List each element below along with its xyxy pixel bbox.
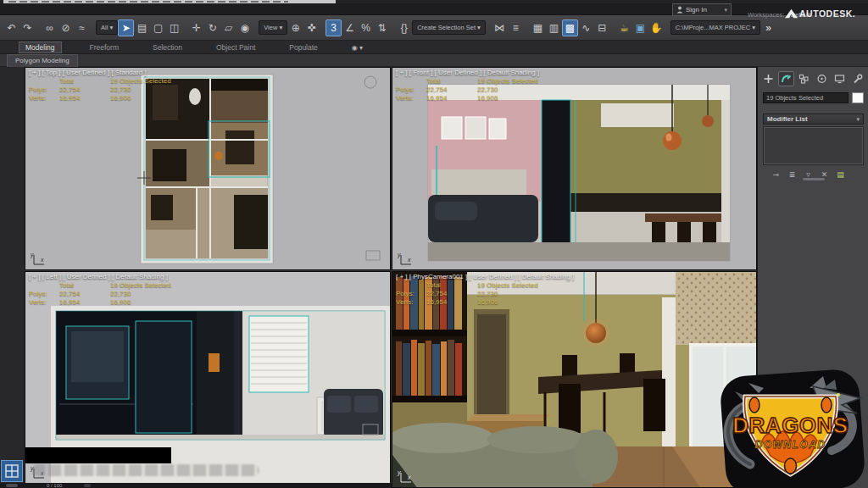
dragons-download-logo: DRAGONS DOWNLOAD: [715, 369, 868, 488]
command-panel-tabs: [760, 71, 865, 86]
chevron-down-icon: ▾: [856, 116, 860, 123]
svg-text:y: y: [397, 252, 401, 258]
svg-text:DOWNLOAD: DOWNLOAD: [755, 439, 826, 451]
create-tab-icon[interactable]: [760, 71, 776, 86]
schematic-view-icon[interactable]: ⊟: [594, 19, 610, 36]
viewport-statistics: Total19 Objects Selected Polys:22,75422,…: [29, 77, 171, 102]
rendered-frame-icon[interactable]: ▣: [632, 19, 648, 36]
svg-text:x: x: [40, 257, 44, 263]
object-name-field[interactable]: 19 Objects Selected: [763, 92, 849, 103]
viewport-label[interactable]: [ + ] [ Top ] [ User Defined ] [ Standar…: [29, 69, 147, 76]
motion-tab-icon[interactable]: [814, 71, 830, 86]
viewport-left[interactable]: [ + ] [ Left ] [ User Defined ] [ Defaul…: [25, 271, 391, 488]
project-folder-dropdown[interactable]: C:\MProje...MAX PROJEC ▾: [670, 20, 760, 35]
viewport-top[interactable]: [ + ] [ Top ] [ User Defined ] [ Standar…: [25, 67, 391, 270]
panel-rollout-handle[interactable]: [803, 178, 825, 180]
ribbon-tab-bar: Modeling Freeform Selection Object Paint…: [0, 41, 868, 54]
show-end-result-icon[interactable]: ≣: [786, 169, 798, 180]
ribbon-tab-populate[interactable]: Populate: [283, 42, 324, 53]
angle-snap-icon[interactable]: ∠: [342, 19, 358, 36]
user-icon: [676, 6, 683, 14]
viewport-physcamera[interactable]: [ + ] [ PhysCamera001 ] [ User Defined ]…: [392, 271, 757, 488]
autodesk-wordmark: AUTODESK.: [799, 8, 855, 19]
display-tab-icon[interactable]: [832, 71, 848, 86]
svg-text:DRAGONS: DRAGONS: [732, 413, 848, 438]
select-and-manipulate-icon[interactable]: ✜: [303, 19, 320, 36]
chevron-down-icon: ▾: [724, 7, 727, 14]
select-and-move-icon[interactable]: ✛: [188, 19, 204, 36]
modifier-list-dropdown[interactable]: Modifier List ▾: [763, 114, 864, 125]
curve-editor-icon[interactable]: ∿: [578, 19, 594, 36]
viewport-statistics: Total19 Objects Selected Polys:22,75422,…: [29, 281, 171, 306]
select-by-name-icon[interactable]: ▤: [134, 19, 150, 36]
render-icon[interactable]: ✋: [648, 19, 665, 36]
time-slider-handle[interactable]: [6, 484, 18, 487]
selection-filter-dropdown[interactable]: All ▾: [96, 20, 118, 35]
bind-to-space-warp-icon[interactable]: ≈: [74, 19, 90, 36]
menu-bar: [0, 3, 868, 15]
viewport-front[interactable]: [ + ] [ Front ] [ User Defined ] [ Defau…: [392, 67, 757, 270]
axis-gizmo: y x: [30, 250, 47, 267]
axis-gizmo: y x: [397, 468, 414, 485]
viewport-statistics: Total19 Objects Selected Polys:22,75422,…: [396, 281, 538, 306]
configure-modifier-sets-icon[interactable]: ▤: [834, 169, 847, 180]
percent-snap-icon[interactable]: %: [358, 19, 374, 36]
sign-in-label: Sign In: [686, 6, 707, 14]
selection-set-dropdown[interactable]: Create Selection Set ▾: [412, 20, 486, 35]
unlink-selection-icon[interactable]: ⊘: [58, 19, 74, 36]
ribbon-tab-object-paint[interactable]: Object Paint: [210, 42, 261, 53]
modifier-stack[interactable]: [763, 126, 864, 165]
viewport-statistics: Total19 Objects Selected Polys:22,75422,…: [396, 77, 538, 102]
mirror-icon[interactable]: ⋈: [492, 19, 508, 36]
viewport-layout-tab[interactable]: [1, 460, 23, 482]
viewport-label[interactable]: [ + ] [ Left ] [ User Defined ] [ Defaul…: [29, 273, 168, 280]
pin-stack-icon[interactable]: ⊸: [770, 169, 782, 180]
time-slider-track[interactable]: [84, 484, 91, 487]
reference-coordinate-dropdown[interactable]: View ▾: [259, 20, 287, 35]
scene-explorer-icon[interactable]: ▦: [530, 19, 546, 36]
frame-counter: 0 / 100: [47, 483, 62, 488]
ribbon-overflow-icon[interactable]: ◉ ▾: [346, 42, 369, 53]
autodesk-triangle-icon: [785, 8, 798, 19]
spinner-snap-icon[interactable]: ⇅: [374, 19, 390, 36]
ribbon-panel-strip: Polygon Modeling: [0, 54, 868, 67]
window-crossing-icon[interactable]: ◫: [166, 19, 182, 36]
select-and-place-icon[interactable]: ◉: [236, 19, 253, 36]
svg-text:y: y: [397, 469, 401, 476]
hierarchy-tab-icon[interactable]: [796, 71, 812, 86]
viewport-layout-bar: [0, 67, 25, 488]
watermark-ghost-text: [32, 464, 259, 476]
use-pivot-center-icon[interactable]: ⊕: [287, 19, 303, 36]
select-and-link-icon[interactable]: ∞: [42, 19, 58, 36]
selection-region-icon[interactable]: ▢: [150, 19, 166, 36]
viewport-label[interactable]: [ + ] [ PhysCamera001 ] [ User Defined ]…: [396, 273, 574, 280]
ribbon-tab-selection[interactable]: Selection: [147, 42, 188, 53]
undo-icon[interactable]: ↶: [3, 19, 19, 36]
toolbar-overflow-icon[interactable]: »: [760, 19, 776, 36]
snaps-toggle-icon[interactable]: 3: [326, 19, 342, 36]
viewport-label[interactable]: [ + ] [ Front ] [ User Defined ] [ Defau…: [396, 69, 539, 76]
svg-text:x: x: [407, 257, 411, 263]
polygon-modeling-panel-tab[interactable]: Polygon Modeling: [7, 54, 78, 67]
quad-layout-icon: [5, 464, 19, 478]
select-and-rotate-icon[interactable]: ↻: [204, 19, 220, 36]
object-color-swatch[interactable]: [852, 92, 864, 103]
svg-text:x: x: [407, 474, 411, 480]
ribbon-tab-modeling[interactable]: Modeling: [19, 42, 62, 53]
modify-tab-icon[interactable]: [778, 71, 794, 86]
ribbon-toggle-icon[interactable]: ▩: [562, 19, 578, 36]
select-and-scale-icon[interactable]: ▱: [220, 19, 236, 36]
render-setup-icon[interactable]: ☕: [616, 19, 632, 36]
sign-in-button[interactable]: Sign In ▾: [672, 3, 732, 16]
select-object-icon[interactable]: ➤: [118, 19, 134, 36]
time-slider-bar[interactable]: 0 / 100: [0, 483, 392, 488]
utilities-tab-icon[interactable]: [849, 71, 865, 86]
layer-explorer-icon[interactable]: ▥: [546, 19, 562, 36]
censored-watermark-bar: [25, 447, 171, 463]
ribbon-tab-freeform[interactable]: Freeform: [84, 42, 125, 53]
redo-icon[interactable]: ↷: [19, 19, 36, 36]
svg-text:y: y: [30, 252, 34, 258]
axis-gizmo: y x: [397, 250, 414, 267]
align-icon[interactable]: ≡: [508, 19, 524, 36]
named-selection-sets-icon[interactable]: {}: [396, 19, 412, 36]
